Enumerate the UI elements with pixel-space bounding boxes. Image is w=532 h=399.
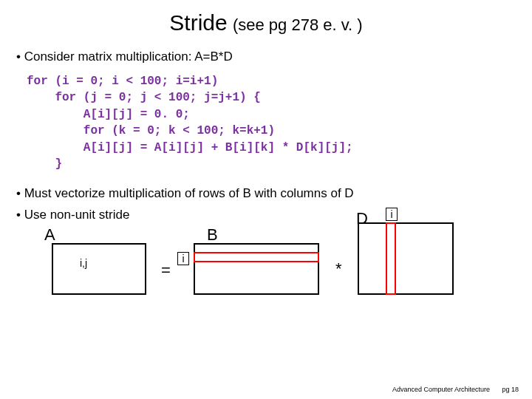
- multiply-sign: *: [335, 258, 342, 280]
- code-block: for (i = 0; i < 100; i=i+1) for (j = 0; …: [27, 73, 516, 172]
- matrix-a-box: [52, 243, 146, 295]
- bullet-1: • Consider matrix multiplication: A=B*D: [16, 49, 516, 66]
- title-sub: (see pg 278 e. v. ): [233, 16, 363, 34]
- title-main: Stride: [169, 10, 227, 35]
- matrix-d-box: [358, 222, 454, 295]
- matrix-d-col-highlight: [386, 222, 396, 295]
- label-ij: i,j: [80, 256, 87, 270]
- col-index-i: i: [386, 208, 398, 221]
- bullet-2: • Must vectorize multiplication of rows …: [16, 185, 516, 202]
- bullet-3: • Use non-unit stride: [16, 207, 516, 224]
- footer-page: pg 18: [502, 386, 519, 393]
- slide-body: • Consider matrix multiplication: A=B*D …: [0, 35, 532, 339]
- matrix-b-box: [194, 243, 319, 295]
- matrix-b-row-highlight: [194, 252, 319, 262]
- equals-sign: =: [161, 259, 171, 282]
- slide-title: Stride (see pg 278 e. v. ): [0, 0, 532, 35]
- diagram: A i,j = i B * D i: [16, 228, 516, 339]
- row-index-i: i: [177, 252, 189, 265]
- footer-course: Advanced Computer Architecture: [392, 386, 490, 393]
- footer: Advanced Computer Architecture pg 18: [392, 386, 519, 393]
